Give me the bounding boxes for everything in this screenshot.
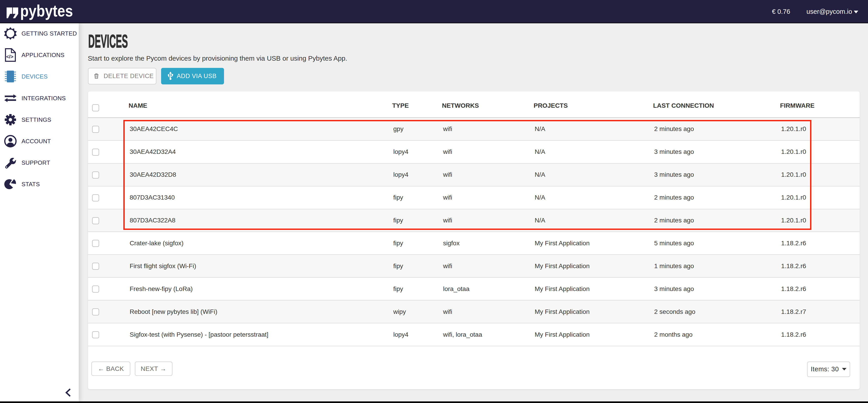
svg-text:</>: </> [6,54,13,60]
